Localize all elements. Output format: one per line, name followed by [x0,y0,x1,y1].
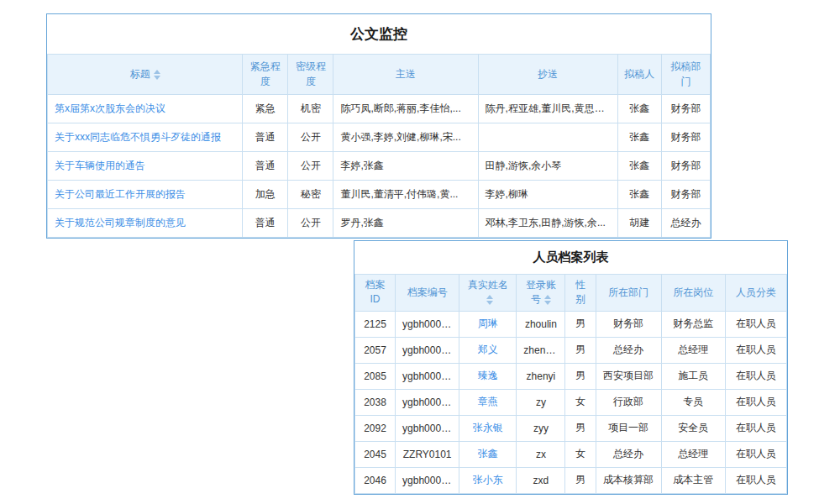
cell-position: 安全员 [661,415,725,441]
person-name-link[interactable]: 张鑫 [478,448,498,459]
col-header-title[interactable]: 标题 [48,55,243,95]
cell-main-send: 罗丹,张鑫 [333,209,478,238]
col-header-main-send: 主送 [333,55,478,95]
doc-title-link[interactable]: 关于公司最近工作开展的报告 [55,188,186,200]
col-header-login-account[interactable]: 登录账号 [517,275,565,312]
cell-category: 在职人员 [725,389,786,415]
sort-icon[interactable] [544,295,551,305]
cell-secrecy: 公开 [288,123,333,152]
cell-archive-id: 2125 [355,311,396,337]
col-header-draft-dept: 拟稿部门 [661,55,710,95]
person-name-link[interactable]: 郑义 [478,344,498,355]
doc-title-link[interactable]: 关于xxx同志临危不惧勇斗歹徒的通报 [55,131,221,143]
col-header-cc: 抄送 [478,55,617,95]
cell-cc: 邓林,李卫东,田静,游恢,余... [478,209,617,238]
cell-drafter: 张鑫 [617,95,661,123]
cell-gender: 女 [565,389,596,415]
doc-monitor-panel: 公文监控 标题 紧急程度 密级程度 主送 抄送 拟稿人 拟稿部门 第x届第x次股… [46,13,711,239]
cell-archive-no: ygbh000070 [396,311,459,337]
cell-login-account: zyy [517,415,565,441]
cell-gender: 男 [565,467,596,493]
col-header-secrecy: 密级程度 [288,55,333,95]
sort-icon[interactable] [154,70,160,80]
table-row: 2057 ygbh000068 郑义 zhengyi 男 总经办 总经理 在职人… [355,337,787,363]
cell-position: 总经理 [661,441,725,467]
cell-login-account: zhengyi [517,337,565,363]
cell-draft-dept: 财务部 [661,181,710,209]
sort-icon[interactable] [486,295,493,305]
cell-gender: 男 [565,363,596,389]
cell-category: 在职人员 [725,415,786,441]
cell-drafter: 张鑫 [617,123,661,152]
person-name-link[interactable]: 章燕 [478,396,498,407]
cell-main-send: 李婷,张鑫 [333,152,478,181]
cell-cc: 田静,游恢,余小琴 [478,152,617,181]
col-header-real-name[interactable]: 真实姓名 [459,275,517,312]
cell-archive-no: ygbh000068 [396,337,459,363]
col-header-drafter: 拟稿人 [617,55,661,95]
col-header-login-account-label: 登录账号 [526,279,556,305]
personnel-title: 人员档案列表 [354,241,787,274]
table-row: 2125 ygbh000070 周琳 zhoulin 男 财务部 财务总监 在职… [355,311,787,337]
cell-archive-no: ZZRY0101 [396,441,459,467]
cell-department: 总经办 [596,337,661,363]
cell-gender: 男 [565,311,596,337]
table-row: 关于公司最近工作开展的报告 加急 秘密 董川民,董清平,付伟璐,黄... 李婷,… [48,181,711,209]
cell-secrecy: 秘密 [288,181,333,209]
person-name-link[interactable]: 张永银 [473,422,503,433]
cell-archive-no: ygbh000111 [396,363,459,389]
table-row: 关于xxx同志临危不惧勇斗歹徒的通报 普通 公开 黄小强,李婷,刘健,柳琳,宋.… [48,123,711,152]
personnel-table: 档案ID 档案编号 真实姓名 登录账号 性别 所在部门 所在岗位 人员分类 21… [354,274,787,494]
cell-main-send: 董川民,董清平,付伟璐,黄... [333,181,478,209]
col-header-real-name-label: 真实姓名 [468,279,508,291]
col-header-department: 所在部门 [596,275,661,312]
cell-archive-no: ygbh000050 [396,467,459,493]
cell-gender: 男 [565,337,596,363]
table-row: 关于车辆使用的通告 普通 公开 李婷,张鑫 田静,游恢,余小琴 张鑫 财务部 [48,152,711,181]
cell-draft-dept: 财务部 [661,152,710,181]
cell-gender: 男 [565,415,596,441]
cell-secrecy: 公开 [288,152,333,181]
person-name-link[interactable]: 周琳 [478,318,498,329]
doc-monitor-title: 公文监控 [47,14,711,54]
cell-login-account: zy [517,389,565,415]
table-row: 2085 ygbh000111 臻逸 zhenyi 男 西安项目部 施工员 在职… [355,363,787,389]
cell-draft-dept: 财务部 [661,123,710,152]
table-row: 2038 ygbh000038 章燕 zy 女 行政部 专员 在职人员 [355,389,787,415]
cell-archive-no: ygbh000038 [396,389,459,415]
cell-login-account: zx [517,441,565,467]
cell-secrecy: 机密 [288,95,333,123]
personnel-header-row: 档案ID 档案编号 真实姓名 登录账号 性别 所在部门 所在岗位 人员分类 [355,275,787,312]
cell-position: 财务总监 [661,311,725,337]
personnel-panel: 人员档案列表 档案ID 档案编号 真实姓名 登录账号 性别 所在部门 所在岗位 … [354,240,788,495]
cell-cc: 陈丹,程亚雄,董川民,黄思璐... [478,95,617,123]
col-header-archive-id: 档案ID [355,275,396,312]
doc-title-link[interactable]: 关于规范公司规章制度的意见 [55,217,186,228]
col-header-category: 人员分类 [725,275,786,312]
person-name-link[interactable]: 张小东 [473,474,503,486]
cell-position: 总经理 [661,337,725,363]
cell-archive-id: 2046 [355,467,396,493]
cell-secrecy: 公开 [288,209,333,238]
cell-drafter: 胡建 [617,209,661,238]
cell-archive-id: 2085 [355,363,396,389]
cell-urgency: 普通 [243,123,288,152]
cell-archive-id: 2038 [355,389,396,415]
doc-title-link[interactable]: 第x届第x次股东会的决议 [55,102,165,114]
cell-drafter: 张鑫 [617,181,661,209]
cell-department: 总经办 [596,441,661,467]
cell-position: 施工员 [661,363,725,389]
cell-cc [478,123,617,152]
person-name-link[interactable]: 臻逸 [478,370,498,381]
cell-urgency: 加急 [243,181,288,209]
col-header-urgency: 紧急程度 [243,55,288,95]
cell-draft-dept: 总经办 [661,209,710,238]
col-header-archive-no: 档案编号 [396,275,459,312]
cell-archive-id: 2057 [355,337,396,363]
cell-category: 在职人员 [725,311,786,337]
cell-urgency: 紧急 [243,95,288,123]
doc-title-link[interactable]: 关于车辆使用的通告 [55,160,145,171]
doc-header-row: 标题 紧急程度 密级程度 主送 抄送 拟稿人 拟稿部门 [48,55,711,95]
table-row: 2046 ygbh000050 张小东 zxd 男 成本核算部 成本主管 在职人… [355,467,787,493]
cell-department: 财务部 [596,311,661,337]
